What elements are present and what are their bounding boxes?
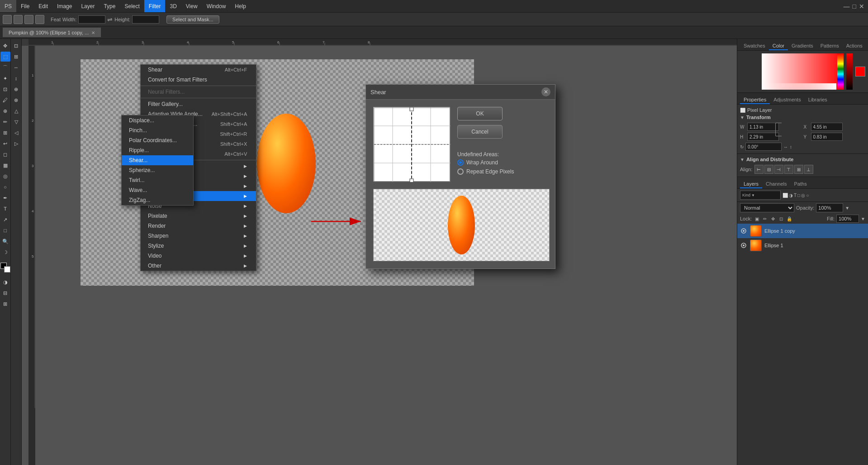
tab-properties[interactable]: Properties — [740, 96, 770, 104]
sec-tool-10[interactable]: ▷ — [11, 139, 21, 149]
repeat-edge-option[interactable]: Repeat Edge Pixels — [457, 168, 548, 175]
menu-window[interactable]: Window — [202, 0, 231, 12]
menu-view[interactable]: View — [181, 0, 202, 12]
x-input[interactable] — [811, 123, 843, 131]
distort-twirl[interactable]: Twirl... — [122, 175, 193, 185]
tab-paths[interactable]: Paths — [791, 180, 811, 188]
tab-color[interactable]: Color — [769, 42, 788, 50]
dialog-close-btn[interactable]: ✕ — [541, 87, 550, 96]
menu-layer[interactable]: Layer — [76, 0, 99, 12]
eyedropper-tool[interactable]: 🖊 — [0, 95, 10, 105]
menu-file[interactable]: File — [16, 0, 34, 12]
menu-3d[interactable]: 3D — [165, 0, 181, 12]
align-bottom-btn[interactable]: ⊥ — [804, 165, 813, 174]
link-icon[interactable] — [775, 123, 782, 136]
layer-row-ellipse-1[interactable]: Ellipse 1 — [737, 238, 868, 253]
filter-smart-filters[interactable]: Convert for Smart Filters — [141, 75, 256, 85]
color-swatch-mini[interactable] — [0, 263, 10, 273]
lock-pixels-btn[interactable]: ✏ — [762, 216, 768, 222]
distort-polar[interactable]: Polar Coordinates... — [122, 135, 193, 145]
filter-stylize[interactable]: Stylize — [141, 241, 256, 251]
minimize-btn[interactable]: — — [844, 3, 850, 10]
sec-tool-6[interactable]: ⊗ — [11, 95, 21, 105]
lock-artboard-btn[interactable]: ⊡ — [778, 216, 784, 222]
brush-tool[interactable]: ✏ — [0, 117, 10, 127]
filter-pixel-icon[interactable]: ⬜ — [783, 193, 788, 198]
document-tab[interactable]: Pumpkin @ 100% (Ellipse 1 copy, ... ✕ — [3, 28, 101, 37]
dialog-cancel-btn[interactable]: Cancel — [457, 125, 503, 139]
distort-wave[interactable]: Wave... — [122, 185, 193, 195]
move-tool[interactable]: ✥ — [0, 41, 10, 51]
opacity-input[interactable] — [816, 203, 843, 212]
filter-other[interactable]: Other — [141, 261, 256, 271]
menu-type[interactable]: Type — [99, 0, 120, 12]
layers-filter-box[interactable]: Kind ▼ — [740, 191, 781, 200]
tab-swatches[interactable]: Swatches — [740, 42, 769, 50]
transform-collapse-icon[interactable]: ▼ — [740, 115, 745, 120]
history-brush-tool[interactable]: ↩ — [0, 139, 10, 149]
zoom-tool[interactable]: 🔍 — [0, 236, 10, 246]
text-tool[interactable]: T — [0, 204, 10, 214]
filter-video[interactable]: Video — [141, 251, 256, 261]
align-top-btn[interactable]: ⊤ — [784, 165, 793, 174]
distort-ripple[interactable]: Ripple... — [122, 145, 193, 155]
sec-tool-3[interactable]: ↔ — [11, 62, 21, 72]
layer-row-ellipse-1-copy[interactable]: Ellipse 1 copy — [737, 224, 868, 238]
dodge-tool[interactable]: ○ — [0, 182, 10, 192]
layer-visibility-ellipse-1-copy[interactable] — [740, 227, 747, 235]
flip-h-icon[interactable]: ↔ — [783, 144, 788, 149]
tab-adjustments[interactable]: Adjustments — [770, 96, 805, 104]
fill-dropdown-icon[interactable]: ▼ — [861, 216, 865, 221]
color-picker-area[interactable] — [762, 53, 844, 90]
selection-mode-subtract[interactable] — [35, 15, 44, 24]
tab-layers[interactable]: Layers — [740, 180, 762, 188]
fg-bg-swatch[interactable] — [740, 62, 759, 81]
sec-tool-7[interactable]: △ — [11, 106, 21, 116]
distort-shear[interactable]: Shear... — [122, 155, 193, 165]
arrange-tool[interactable]: ⊞ — [0, 299, 10, 309]
filter-sharpen[interactable]: Sharpen — [141, 231, 256, 241]
sec-tool-5[interactable]: ⊕ — [11, 84, 21, 94]
shape-tool[interactable]: □ — [0, 225, 10, 235]
height-input[interactable] — [132, 15, 159, 24]
filter-adjust-icon[interactable]: ◑ — [789, 193, 793, 198]
align-center-v-btn[interactable]: ⊞ — [794, 165, 803, 174]
align-left-btn[interactable]: ⊢ — [754, 165, 764, 174]
crop-tool[interactable]: ⊡ — [0, 84, 10, 94]
distort-zigzag[interactable]: ZigZag... — [122, 195, 193, 205]
flip-v-icon[interactable]: ↕ — [790, 144, 792, 149]
swap-icon[interactable]: ⇌ — [107, 16, 113, 23]
selection-tool[interactable]: ⬚ — [0, 52, 10, 62]
current-color-swatch[interactable] — [855, 67, 865, 77]
sec-tool-8[interactable]: ▽ — [11, 117, 21, 127]
tab-channels[interactable]: Channels — [762, 180, 790, 188]
sec-tool-2[interactable]: ⊞ — [11, 52, 21, 62]
screen-mode-tool[interactable]: ⊟ — [0, 288, 10, 298]
blend-mode-select[interactable]: Normal — [740, 203, 794, 212]
eraser-tool[interactable]: ◻ — [0, 149, 10, 159]
blur-tool[interactable]: ◎ — [0, 171, 10, 181]
selection-mode-rect[interactable] — [3, 15, 12, 24]
tab-patterns[interactable]: Patterns — [817, 42, 843, 50]
sec-tool-1[interactable]: ⊡ — [11, 41, 21, 51]
menu-help[interactable]: Help — [230, 0, 251, 12]
filter-toggle[interactable]: ○ — [806, 193, 809, 198]
layer-visibility-ellipse-1[interactable] — [740, 242, 747, 249]
lock-transparent-btn[interactable]: ▣ — [754, 216, 760, 222]
hand-tool[interactable]: ☽ — [0, 247, 10, 257]
filter-pixelate[interactable]: Pixelate — [141, 211, 256, 221]
tab-gradients[interactable]: Gradients — [788, 42, 817, 50]
y-input[interactable] — [811, 133, 843, 141]
distort-spherize[interactable]: Spherize... — [122, 165, 193, 175]
menu-edit[interactable]: Edit — [34, 0, 52, 12]
lasso-tool[interactable]: ⌒ — [0, 62, 10, 72]
fill-input[interactable] — [836, 215, 859, 223]
sec-tool-9[interactable]: ◁ — [11, 128, 21, 138]
opacity-dropdown-icon[interactable]: ▼ — [845, 206, 849, 211]
rotate-input[interactable] — [745, 143, 782, 151]
dialog-ok-btn[interactable]: OK — [457, 107, 503, 120]
selection-mode-intersect[interactable] — [24, 15, 33, 24]
align-center-h-btn[interactable]: ⊟ — [764, 165, 773, 174]
w-input[interactable] — [747, 123, 779, 131]
filter-shape-icon[interactable]: □ — [797, 193, 800, 198]
